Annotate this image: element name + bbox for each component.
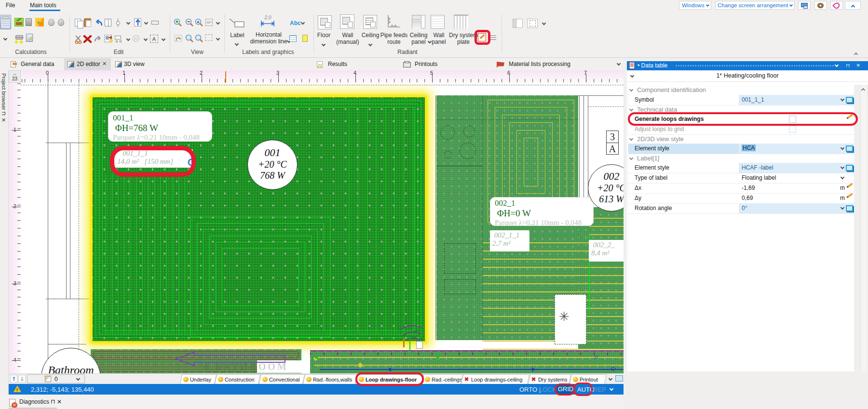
svg-text:90: 90 [134,37,138,40]
svg-text:A: A [197,20,200,24]
svg-text:...: ... [236,23,239,26]
